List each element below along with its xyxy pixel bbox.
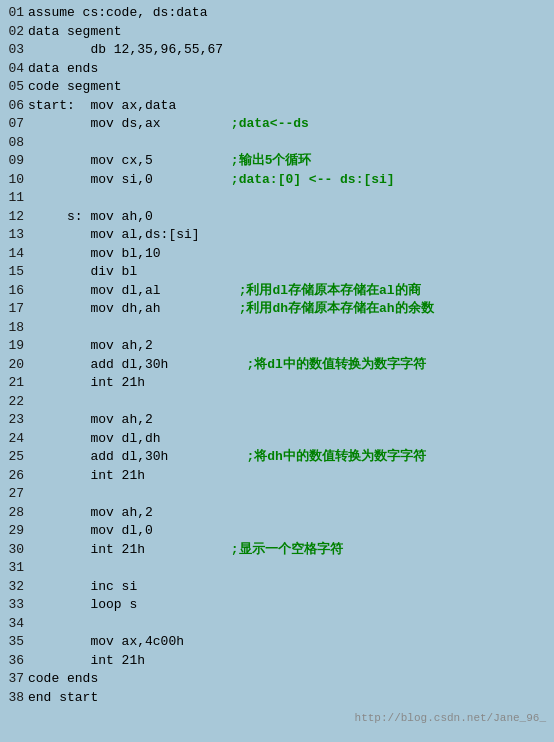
code-segment: ;data:[0] <-- ds:[si] <box>153 171 395 190</box>
code-line: 25 add dl,30h ;将dh中的数值转换为数字字符 <box>0 448 554 467</box>
code-line: 31 <box>0 559 554 578</box>
line-number: 26 <box>0 467 28 486</box>
code-line: 13 mov al,ds:[si] <box>0 226 554 245</box>
line-number: 06 <box>0 97 28 116</box>
line-number: 10 <box>0 171 28 190</box>
line-number: 14 <box>0 245 28 264</box>
code-segment: ;显示一个空格字符 <box>145 541 343 560</box>
line-number: 32 <box>0 578 28 597</box>
line-number: 09 <box>0 152 28 171</box>
code-segment: int 21h <box>28 467 145 486</box>
code-segment: int 21h <box>28 374 145 393</box>
code-segment: db 12,35,96,55,67 <box>28 41 223 60</box>
line-number: 05 <box>0 78 28 97</box>
code-line: 24 mov dl,dh <box>0 430 554 449</box>
code-segment: mov ds,ax <box>28 115 161 134</box>
line-number: 23 <box>0 411 28 430</box>
line-number: 20 <box>0 356 28 375</box>
code-line: 21 int 21h <box>0 374 554 393</box>
code-segment: data segment <box>28 23 122 42</box>
code-line: 04data ends <box>0 60 554 79</box>
code-line: 09 mov cx,5 ;输出5个循环 <box>0 152 554 171</box>
code-segment: inc si <box>28 578 137 597</box>
code-segment: ;利用dl存储原本存储在al的商 <box>161 282 421 301</box>
code-line: 36 int 21h <box>0 652 554 671</box>
code-line: 34 <box>0 615 554 634</box>
code-line: 22 <box>0 393 554 412</box>
code-segment: int 21h <box>28 541 145 560</box>
line-number: 34 <box>0 615 28 634</box>
code-segment: data ends <box>28 60 98 79</box>
code-segment: mov ah,2 <box>28 504 153 523</box>
code-segment: mov dl,al <box>28 282 161 301</box>
code-segment: ;利用dh存储原本存储在ah的余数 <box>161 300 434 319</box>
code-line: 33 loop s <box>0 596 554 615</box>
code-segment: mov cx,5 <box>28 152 153 171</box>
code-line: 08 <box>0 134 554 153</box>
line-number: 36 <box>0 652 28 671</box>
line-number: 19 <box>0 337 28 356</box>
code-line: 01assume cs:code, ds:data <box>0 4 554 23</box>
code-container: 01assume cs:code, ds:data02data segment0… <box>0 0 554 742</box>
code-line: 38end start <box>0 689 554 708</box>
line-number: 01 <box>0 4 28 23</box>
line-number: 35 <box>0 633 28 652</box>
code-line: 30 int 21h ;显示一个空格字符 <box>0 541 554 560</box>
line-number: 04 <box>0 60 28 79</box>
code-segment: s: mov ah,0 <box>28 208 153 227</box>
line-number: 28 <box>0 504 28 523</box>
line-number: 25 <box>0 448 28 467</box>
code-line: 07 mov ds,ax ;data<--ds <box>0 115 554 134</box>
code-segment: assume cs:code, ds:data <box>28 4 207 23</box>
line-number: 22 <box>0 393 28 412</box>
code-segment: div bl <box>28 263 137 282</box>
code-line: 27 <box>0 485 554 504</box>
line-number: 03 <box>0 41 28 60</box>
code-segment: mov ah,2 <box>28 337 153 356</box>
line-number: 30 <box>0 541 28 560</box>
line-number: 16 <box>0 282 28 301</box>
code-line: 28 mov ah,2 <box>0 504 554 523</box>
code-segment: mov dl,0 <box>28 522 153 541</box>
code-segment: code segment <box>28 78 122 97</box>
line-number: 13 <box>0 226 28 245</box>
code-line: 05code segment <box>0 78 554 97</box>
code-line: 11 <box>0 189 554 208</box>
code-line: 17 mov dh,ah ;利用dh存储原本存储在ah的余数 <box>0 300 554 319</box>
line-number: 37 <box>0 670 28 689</box>
code-segment: ;将dl中的数值转换为数字字符 <box>168 356 425 375</box>
line-number: 27 <box>0 485 28 504</box>
code-segment: ;输出5个循环 <box>153 152 312 171</box>
code-segment: add dl,30h <box>28 448 168 467</box>
line-number: 15 <box>0 263 28 282</box>
code-line: 14 mov bl,10 <box>0 245 554 264</box>
line-number: 08 <box>0 134 28 153</box>
line-number: 12 <box>0 208 28 227</box>
code-segment: loop s <box>28 596 137 615</box>
code-segment: mov bl,10 <box>28 245 161 264</box>
line-number: 11 <box>0 189 28 208</box>
code-segment: mov dl,dh <box>28 430 161 449</box>
code-segment: mov ah,2 <box>28 411 153 430</box>
line-number: 29 <box>0 522 28 541</box>
code-line: 35 mov ax,4c00h <box>0 633 554 652</box>
code-line: 29 mov dl,0 <box>0 522 554 541</box>
line-number: 07 <box>0 115 28 134</box>
code-segment: ;data<--ds <box>161 115 309 134</box>
code-segment: add dl,30h <box>28 356 168 375</box>
line-number: 31 <box>0 559 28 578</box>
line-number: 17 <box>0 300 28 319</box>
code-line: 12 s: mov ah,0 <box>0 208 554 227</box>
code-segment: ;将dh中的数值转换为数字字符 <box>168 448 425 467</box>
code-line: 06start: mov ax,data <box>0 97 554 116</box>
code-line: 20 add dl,30h ;将dl中的数值转换为数字字符 <box>0 356 554 375</box>
code-line: 10 mov si,0 ;data:[0] <-- ds:[si] <box>0 171 554 190</box>
code-segment: code ends <box>28 670 98 689</box>
code-segment: mov ax,4c00h <box>28 633 184 652</box>
line-number: 18 <box>0 319 28 338</box>
code-segment: mov al,ds:[si] <box>28 226 200 245</box>
code-segment: int 21h <box>28 652 145 671</box>
line-number: 33 <box>0 596 28 615</box>
line-number: 24 <box>0 430 28 449</box>
line-number: 02 <box>0 23 28 42</box>
